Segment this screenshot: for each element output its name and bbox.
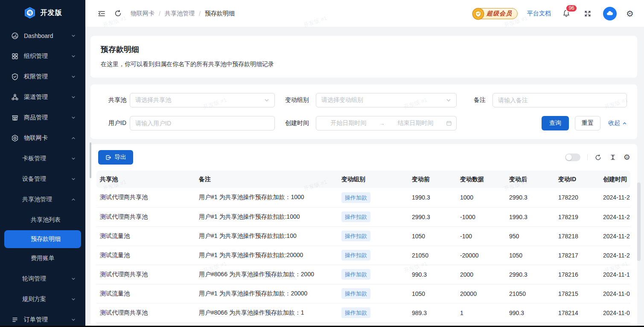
group-filter-label: 变动组别 <box>281 96 309 104</box>
platform-docs-link[interactable]: 平台文档 <box>527 10 551 17</box>
sidebar-item-dashboard[interactable]: Dashboard <box>0 26 85 46</box>
column-settings-icon[interactable]: ⚙ <box>624 153 630 161</box>
sidebar-item-order[interactable]: 订单管理 <box>0 310 85 327</box>
cell-after: 2990.3 <box>506 265 555 284</box>
sidebar-item-label: 轮询管理 <box>22 275 46 283</box>
pool-select[interactable]: 请选择共享池 <box>130 93 275 107</box>
sidebar-item-pool-mgmt[interactable]: 共享池管理 <box>0 189 85 210</box>
app-logo[interactable]: 号 开发版 <box>0 0 85 26</box>
cell-after: 950 <box>506 226 555 246</box>
row-height-icon[interactable] <box>609 153 617 161</box>
table-row[interactable]: 测试代理商共享池用户#8066 为共享池操作预存款加款：1操作加款989.319… <box>96 303 630 322</box>
sidebar-item-rule[interactable]: 规则方案 <box>0 289 85 310</box>
cell-change: 1 <box>457 303 506 322</box>
cell-before: 21050 <box>408 246 457 265</box>
sidebar-item-channel[interactable]: 渠道管理 <box>0 87 85 107</box>
fullscreen-icon[interactable] <box>582 8 594 20</box>
breadcrumb-separator: / <box>159 10 160 17</box>
column-header: 备注 <box>195 171 338 188</box>
table-row[interactable]: 测试代理商共享池用户#1 为共享池操作预存款扣款:1000操作扣款2990.3-… <box>96 207 630 226</box>
export-button[interactable]: 导出 <box>98 150 133 165</box>
chevron-up-icon <box>71 136 76 141</box>
cell-after: 21050 <box>506 284 555 303</box>
user-avatar[interactable] <box>603 7 617 20</box>
breadcrumb-item[interactable]: 物联网卡 <box>131 10 154 17</box>
filter-actions: 查询 重置 收起 <box>457 116 627 130</box>
sidebar-item-org[interactable]: 组织管理 <box>0 46 85 67</box>
chevron-down-icon <box>71 95 76 100</box>
breadcrumb-item[interactable]: 共享池管理 <box>165 10 195 17</box>
cell-change: -1000 <box>457 207 506 226</box>
change-group-tag: 操作加款 <box>341 192 370 203</box>
table-toolbar: 导出 <box>96 150 630 165</box>
vip-badge[interactable]: 超级会员 <box>473 8 518 19</box>
change-group-tag: 操作加款 <box>341 307 370 318</box>
sidebar-item-deposit-detail[interactable]: 预存款明细 <box>4 230 81 248</box>
cell-tag: 操作加款 <box>338 303 408 322</box>
cell-tag: 操作加款 <box>338 265 408 284</box>
change-group-tag: 操作加款 <box>341 288 370 299</box>
apps-icon <box>11 52 19 60</box>
cell-pool: 测试代理商共享池 <box>96 303 195 322</box>
share-icon <box>11 93 19 101</box>
sidebar-item-fee-bill[interactable]: 费用账单 <box>0 248 85 269</box>
notifications-button[interactable]: 96 <box>560 8 572 20</box>
table-row[interactable]: 测试流量池用户#1 为共享池操作预存款加款：20000操作加款105020000… <box>96 284 630 303</box>
sidebar-item-iot[interactable]: 物联网卡 <box>0 128 85 148</box>
sidebar-item-card-board[interactable]: 卡板管理 <box>0 148 85 169</box>
collapse-filters-link[interactable]: 收起 <box>608 119 627 127</box>
table-refresh-icon[interactable] <box>594 153 602 161</box>
cell-created: 2024-11-2 <box>600 188 630 207</box>
table-row[interactable]: 测试代理商共享池用户#8066 为共享池操作预存款加款：2000操作加款990.… <box>96 265 630 284</box>
refresh-icon[interactable] <box>112 8 124 20</box>
sidebar-scrollbar-thumb[interactable] <box>90 142 91 178</box>
column-header: 变动后 <box>506 171 555 188</box>
chevron-down-icon <box>71 317 76 322</box>
sidebar: 号 开发版 Dashboard组织管理权限管理渠道管理商品管理物联网卡卡板管理设… <box>0 0 85 327</box>
breadcrumb-item: 预存款明细 <box>205 10 235 17</box>
settings-gear-icon[interactable]: ⚙ <box>626 9 634 18</box>
chevron-up-icon <box>71 197 76 202</box>
topbar: 物联网卡/共享池管理/预存款明细 超级会员 平台文档 96 <box>85 0 644 27</box>
cell-pool: 测试代理商共享池 <box>96 265 195 284</box>
sidebar-item-label: 费用账单 <box>31 255 55 262</box>
sidebar-item-label: 卡板管理 <box>22 155 46 162</box>
table-row[interactable]: 测试流量池用户#1 为共享池操作预存款扣款:100操作扣款1050-100950… <box>96 226 630 246</box>
sidebar-item-label: 设备管理 <box>22 175 46 183</box>
date-range-picker[interactable]: 开始日期时间 → 结束日期时间 <box>316 116 457 130</box>
sidebar-item-label: 物联网卡 <box>24 134 48 142</box>
medal-icon <box>472 8 484 20</box>
chevron-down-icon <box>71 276 76 281</box>
change-group-tag: 操作加款 <box>341 269 370 280</box>
reset-button[interactable]: 重置 <box>575 116 600 130</box>
chip-icon <box>11 134 19 142</box>
pool-select-placeholder: 请选择共享池 <box>135 96 171 104</box>
cell-change_id: 178215 <box>555 284 600 303</box>
sidebar-item-label: 共享池管理 <box>22 196 52 203</box>
table-scrollbar-thumb[interactable] <box>637 182 641 261</box>
cell-created: 2024-11-0 <box>600 303 630 322</box>
cell-change_id: 178220 <box>555 188 600 207</box>
search-button[interactable]: 查询 <box>542 116 569 130</box>
table-row[interactable]: 测试代理商共享池用户#1 为共享池操作预存款加款：1000操作加款1990.31… <box>96 188 630 207</box>
stripe-toggle[interactable] <box>565 153 580 161</box>
sidebar-item-pool-list[interactable]: 共享池列表 <box>0 210 85 230</box>
chevron-down-icon <box>264 98 269 103</box>
sidebar-item-goods[interactable]: 商品管理 <box>0 107 85 128</box>
group-select[interactable]: 请选择变动组别 <box>316 93 457 107</box>
menu-fold-icon[interactable] <box>96 8 108 20</box>
remark-input[interactable] <box>493 93 627 107</box>
sidebar-item-device[interactable]: 设备管理 <box>0 169 85 189</box>
breadcrumb-separator: / <box>199 10 201 17</box>
cell-after: 990.3 <box>506 303 555 322</box>
change-group-tag: 操作扣款 <box>341 231 370 241</box>
table-row[interactable]: 测试流量池用户#1 为共享池操作预存款扣款:20000操作扣款21050-200… <box>96 246 630 265</box>
user-id-input[interactable] <box>130 116 274 130</box>
cell-change: -100 <box>457 226 506 246</box>
cell-tag: 操作扣款 <box>338 207 408 226</box>
sidebar-item-perm[interactable]: 权限管理 <box>0 67 85 87</box>
change-group-tag: 操作扣款 <box>341 250 370 260</box>
export-button-label: 导出 <box>114 153 126 161</box>
cell-after: 1990.3 <box>506 207 555 226</box>
sidebar-item-poll[interactable]: 轮询管理 <box>0 269 85 289</box>
